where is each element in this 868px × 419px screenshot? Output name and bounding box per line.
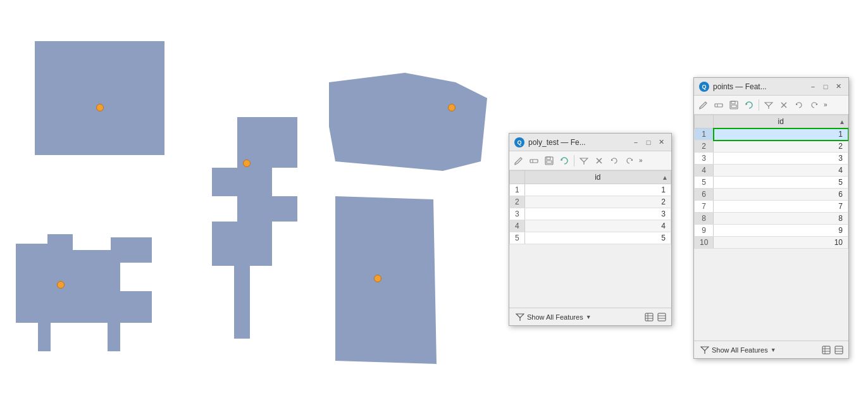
marker-2 [57, 281, 65, 289]
table-row[interactable]: 11 [695, 128, 848, 141]
poly-table-icon[interactable] [656, 311, 667, 323]
filter-icon-points [700, 346, 709, 354]
svg-marker-1 [16, 234, 152, 351]
cell-id: 1 [714, 128, 848, 141]
table-row[interactable]: 11 [510, 184, 671, 196]
table-row[interactable]: 55 [510, 232, 671, 244]
points-footer-arrow: ▼ [771, 347, 776, 353]
svg-rect-19 [645, 313, 653, 321]
row-number: 10 [695, 237, 714, 249]
row-number: 2 [510, 196, 525, 208]
points-undo-button[interactable] [792, 98, 806, 112]
poly-show-features-label: Show All Features [527, 313, 583, 321]
poly-edit-button[interactable] [512, 154, 526, 168]
points-footer: Show All Features ▼ [694, 341, 848, 358]
poly-test-feature-window: Q poly_test — Fe... − □ ✕ [509, 133, 672, 326]
cell-id: 2 [714, 141, 848, 153]
points-minimize-button[interactable]: − [808, 82, 818, 92]
poly-grid-icon[interactable] [643, 311, 655, 323]
poly-footer-arrow: ▼ [586, 314, 592, 320]
table-row[interactable]: 22 [510, 196, 671, 208]
points-save-button[interactable] [727, 98, 741, 112]
row-number: 2 [695, 141, 714, 153]
svg-marker-4 [335, 196, 437, 364]
svg-rect-8 [547, 157, 550, 159]
poly-test-titlebar: Q poly_test — Fe... − □ ✕ [509, 134, 671, 151]
cell-id: 4 [524, 220, 671, 232]
poly-refresh-button[interactable] [557, 154, 571, 168]
row-number: 4 [510, 220, 525, 232]
poly-test-footer: Show All Features ▼ [509, 308, 671, 325]
svg-rect-5 [530, 159, 538, 163]
row-number: 5 [695, 177, 714, 189]
points-delete-selected-button[interactable] [712, 98, 726, 112]
table-row[interactable]: 1010 [695, 237, 848, 249]
table-row[interactable]: 44 [510, 220, 671, 232]
points-refresh-button[interactable] [742, 98, 756, 112]
table-row[interactable]: 44 [695, 165, 848, 177]
table-row[interactable]: 33 [695, 153, 848, 165]
row-number: 7 [695, 201, 714, 213]
svg-marker-38 [701, 347, 709, 351]
poly-delete-button[interactable] [592, 154, 606, 168]
poly-close-button[interactable]: ✕ [656, 137, 666, 147]
points-maximize-button[interactable]: □ [821, 82, 831, 92]
table-row[interactable]: 99 [695, 225, 848, 237]
poly-footer-icons [643, 311, 667, 323]
poly-undo-button[interactable] [607, 154, 621, 168]
table-row[interactable]: 55 [695, 177, 848, 189]
cell-id: 9 [714, 225, 848, 237]
points-footer-icons [821, 344, 845, 356]
poly-test-toolbar: » [509, 151, 671, 170]
poly-maximize-button[interactable]: □ [643, 137, 654, 147]
poly-save-button[interactable] [542, 154, 556, 168]
marker-4 [448, 104, 456, 111]
poly-col-id-label: id [595, 173, 600, 182]
cell-id: 4 [714, 165, 848, 177]
points-delete-button[interactable] [777, 98, 791, 112]
points-titlebar: Q points — Feat... − □ ✕ [694, 78, 848, 96]
poly-delete-selected-button[interactable] [527, 154, 541, 168]
svg-rect-9 [547, 161, 552, 163]
svg-marker-17 [516, 314, 524, 318]
table-row[interactable]: 22 [695, 141, 848, 153]
points-sort-arrow: ▲ [839, 118, 845, 125]
points-grid-icon[interactable] [821, 344, 832, 356]
points-close-button[interactable]: ✕ [833, 82, 843, 92]
poly-filter-button[interactable] [577, 154, 591, 168]
poly-show-features-button[interactable]: Show All Features ▼ [513, 311, 594, 323]
svg-marker-32 [765, 103, 772, 106]
table-row[interactable]: 66 [695, 189, 848, 201]
poly-redo-button[interactable] [623, 154, 636, 168]
points-show-features-button[interactable]: Show All Features ▼ [698, 344, 779, 356]
points-more-button[interactable]: » [822, 101, 829, 108]
row-number: 1 [695, 128, 714, 141]
points-edit-button[interactable] [697, 98, 710, 112]
svg-rect-30 [731, 105, 736, 108]
cell-id: 5 [714, 177, 848, 189]
svg-rect-29 [731, 101, 735, 104]
points-controls[interactable]: − □ ✕ [808, 82, 843, 92]
marker-1 [96, 104, 104, 111]
svg-rect-23 [658, 313, 666, 321]
points-col-id[interactable]: id ▲ [714, 115, 848, 128]
table-row[interactable]: 88 [695, 213, 848, 225]
table-row[interactable]: 77 [695, 201, 848, 213]
points-table-icon[interactable] [833, 344, 845, 356]
row-number: 3 [510, 208, 525, 220]
svg-marker-11 [580, 158, 588, 162]
poly-more-button[interactable]: » [638, 157, 644, 164]
table-row[interactable]: 33 [510, 208, 671, 220]
poly-col-rownum [510, 171, 525, 184]
points-filter-button[interactable] [762, 98, 776, 112]
poly-minimize-button[interactable]: − [631, 137, 641, 147]
points-redo-button[interactable] [807, 98, 821, 112]
poly-test-controls[interactable]: − □ ✕ [631, 137, 666, 147]
row-number: 4 [695, 165, 714, 177]
poly-test-title: poly_test — Fe... [528, 138, 586, 147]
poly-sort-arrow: ▲ [662, 174, 668, 181]
points-toolbar: » [694, 96, 848, 115]
cell-id: 5 [524, 232, 671, 244]
row-number: 1 [510, 184, 525, 196]
poly-col-id[interactable]: id ▲ [524, 171, 671, 184]
